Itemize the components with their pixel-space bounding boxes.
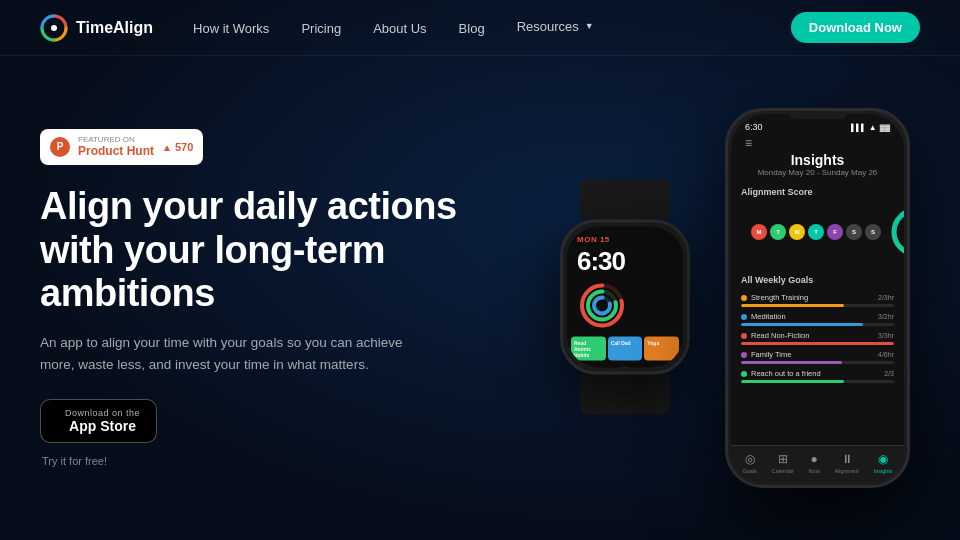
alignment-nav-icon: ⏸: [841, 452, 853, 466]
day-t1: T: [770, 224, 786, 240]
score-center: 74 Good: [889, 205, 904, 259]
watch-band-bottom: [580, 375, 670, 415]
day-m: M: [751, 224, 767, 240]
phone-time: 6:30: [745, 122, 763, 132]
watch-activity-rings: [577, 281, 627, 331]
watch-time: 6:30: [567, 246, 683, 277]
try-free-text: Try it for free!: [42, 455, 480, 467]
wifi-icon: ▲: [869, 123, 877, 132]
phone-screen: 6:30 ▌▌▌ ▲ ▓▓ ≡ Insights Monday May 20 -…: [731, 114, 904, 482]
goals-label: All Weekly Goals: [741, 275, 894, 285]
product-hunt-text: FEATURED ON Product Hunt: [78, 135, 154, 159]
hero-left: P FEATURED ON Product Hunt ▲ 570 Align y…: [40, 129, 500, 467]
chevron-down-icon: ▼: [585, 21, 594, 31]
bottom-nav-calendar[interactable]: ⊞ Calendar: [772, 452, 794, 474]
goals-nav-icon: ◎: [745, 452, 755, 466]
phone-body: 6:30 ▌▌▌ ▲ ▓▓ ≡ Insights Monday May 20 -…: [725, 108, 910, 488]
now-nav-icon: ●: [810, 452, 817, 466]
logo-icon: [40, 14, 68, 42]
goal-3: Family Time 4/6hr: [741, 350, 894, 364]
bottom-nav-now[interactable]: ● Now: [809, 452, 820, 474]
hamburger-icon: ≡: [745, 136, 890, 150]
goal-1: Meditation 3/2hr: [741, 312, 894, 326]
nav-links: How it Works Pricing About Us Blog Resou…: [193, 19, 791, 37]
watch-date: MON 15: [567, 227, 683, 246]
goal-dot-0: [741, 295, 747, 301]
product-hunt-badge[interactable]: P FEATURED ON Product Hunt ▲ 570: [40, 129, 203, 165]
hero-devices: MON 15 6:30: [500, 56, 920, 540]
download-now-button[interactable]: Download Now: [791, 12, 920, 43]
day-t2: T: [808, 224, 824, 240]
watch-card-2: Yoga: [644, 337, 679, 361]
day-w: W: [789, 224, 805, 240]
apple-watch: MON 15 6:30: [560, 210, 690, 387]
goal-dot-1: [741, 314, 747, 320]
alignment-score-label: Alignment Score: [741, 187, 894, 197]
goal-dot-2: [741, 333, 747, 339]
phone-bottom-nav: ◎ Goals ⊞ Calendar ● Now ⏸: [731, 445, 904, 482]
svg-point-1: [51, 25, 57, 31]
hero-subtitle: An app to align your time with your goal…: [40, 332, 420, 375]
bottom-nav-goals[interactable]: ◎ Goals: [742, 452, 756, 474]
logo-text: TimeAlign: [76, 19, 153, 37]
navbar: TimeAlign How it Works Pricing About Us …: [0, 0, 960, 56]
phone-status-icons: ▌▌▌ ▲ ▓▓: [851, 123, 890, 132]
goal-0: Strength Training 2/3hr: [741, 293, 894, 307]
phone-insights-title: Insights: [745, 152, 890, 168]
app-store-label: Download on the App Store: [65, 408, 140, 434]
watch-body: MON 15 6:30: [560, 220, 690, 375]
nav-item-resources[interactable]: Resources ▼: [517, 19, 594, 37]
goals-list: Strength Training 2/3hr Meditation: [731, 293, 904, 383]
day-f: F: [827, 224, 843, 240]
phone-notch: [788, 111, 848, 119]
hero-title: Align your daily actions with your long-…: [40, 185, 480, 316]
goal-dot-3: [741, 352, 747, 358]
hero-section: P FEATURED ON Product Hunt ▲ 570 Align y…: [0, 56, 960, 540]
product-hunt-votes: ▲ 570: [162, 141, 193, 153]
alignment-score-area: M T W T F S S: [741, 201, 894, 265]
alignment-score-section: Alignment Score M T W T F S S: [731, 181, 904, 269]
goal-2: Read Non-Fiction 3/3hr: [741, 331, 894, 345]
nav-item-about-us[interactable]: About Us: [373, 19, 426, 37]
bottom-nav-alignment[interactable]: ⏸ Alignment: [834, 452, 858, 474]
day-circles: M T W T F S S: [751, 224, 881, 240]
goal-4: Reach out to a friend 2/3: [741, 369, 894, 383]
signal-icon: ▌▌▌: [851, 124, 866, 131]
phone-date-range: Monday May 20 - Sunday May 26: [745, 168, 890, 177]
iphone: 6:30 ▌▌▌ ▲ ▓▓ ≡ Insights Monday May 20 -…: [725, 108, 910, 488]
watch-rings: [567, 277, 683, 335]
watch-heart-icon: ❤️: [581, 367, 603, 368]
day-s1: S: [846, 224, 862, 240]
goals-section: All Weekly Goals: [731, 269, 904, 293]
watch-cards: Read Atomic Habits Call Dad Yoga: [567, 335, 683, 363]
watch-screen: MON 15 6:30: [567, 227, 683, 368]
watch-target-icon: ◎: [614, 367, 636, 368]
app-store-button-wrap[interactable]: Download on the App Store: [40, 399, 480, 451]
nav-item-pricing[interactable]: Pricing: [301, 19, 341, 37]
insights-nav-icon: ◉: [878, 452, 888, 466]
watch-band-top: [580, 180, 670, 220]
watch-card-1: Call Dad: [608, 337, 643, 361]
watch-card-0: Read Atomic Habits: [571, 337, 606, 361]
score-donut: 74 Good: [889, 205, 904, 259]
day-s2: S: [865, 224, 881, 240]
nav-item-blog[interactable]: Blog: [459, 19, 485, 37]
app-store-button[interactable]: Download on the App Store: [40, 399, 157, 443]
nav-item-how-it-works[interactable]: How it Works: [193, 19, 269, 37]
product-hunt-logo: P: [50, 137, 70, 157]
phone-header: ≡ Insights Monday May 20 - Sunday May 26: [731, 134, 904, 181]
logo[interactable]: TimeAlign: [40, 14, 153, 42]
calendar-nav-icon: ⊞: [778, 452, 788, 466]
goal-dot-4: [741, 371, 747, 377]
battery-icon: ▓▓: [880, 124, 890, 131]
bottom-nav-insights[interactable]: ◉ Insights: [874, 452, 893, 474]
watch-run-icon: 🏃: [647, 367, 669, 368]
watch-bottom-icons: ❤️ ◎ 🏃: [567, 363, 683, 368]
